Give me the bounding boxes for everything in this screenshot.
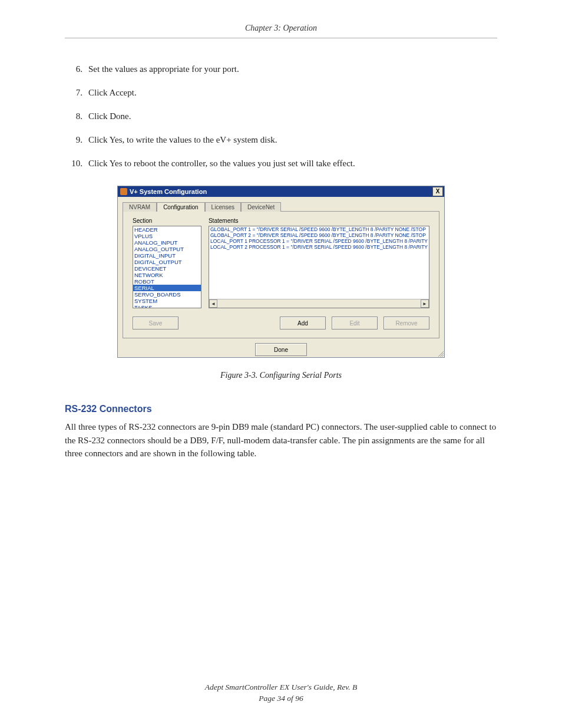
statements-listbox[interactable]: GLOBAL_PORT 1 = "/DRIVER SERIAL /SPEED 9… <box>209 226 429 308</box>
list-item[interactable]: TASKS <box>133 304 201 308</box>
footer-title: Adept SmartController EX User's Guide, R… <box>0 682 562 693</box>
done-button[interactable]: Done <box>255 343 307 356</box>
ordered-steps-list: 6.Set the values as appropriate for your… <box>65 62 497 170</box>
save-button[interactable]: Save <box>133 317 178 330</box>
footer-page: Page 34 of 96 <box>0 693 562 704</box>
system-config-dialog: V+ System Configuration X NVRAM Configur… <box>117 186 445 358</box>
statement-row[interactable]: LOCAL_PORT 2 PROCESSOR 1 = "/DRIVER SERI… <box>210 244 428 250</box>
dialog-titlebar: V+ System Configuration X <box>118 186 444 197</box>
list-item-selected[interactable]: SERIAL <box>133 285 201 291</box>
step-number: 9. <box>65 133 82 147</box>
step-number: 6. <box>65 62 82 76</box>
step-text: Set the values as appropriate for your p… <box>88 64 239 74</box>
tab-configuration[interactable]: Configuration <box>157 202 204 212</box>
list-item[interactable]: SERVO_BOARDS <box>133 291 201 298</box>
scroll-right-arrow-icon[interactable]: ► <box>421 299 429 308</box>
list-item[interactable]: VPLUS <box>133 233 201 239</box>
step-text: Click Yes to reboot the controller, so t… <box>88 159 355 168</box>
list-item[interactable]: ANALOG_OUTPUT <box>133 246 201 252</box>
page-footer: Adept SmartController EX User's Guide, R… <box>0 682 562 704</box>
section-heading-rs232: RS-232 Connectors <box>65 404 497 414</box>
tab-strip: NVRAM Configuration Licenses DeviceNet <box>118 197 444 211</box>
statements-label: Statements <box>209 218 429 224</box>
step-number: 8. <box>65 109 82 123</box>
statement-row[interactable]: GLOBAL_PORT 1 = "/DRIVER SERIAL /SPEED 9… <box>210 226 428 232</box>
dialog-title: V+ System Configuration <box>130 188 207 195</box>
section-listbox[interactable]: HEADER VPLUS ANALOG_INPUT ANALOG_OUTPUT … <box>133 226 201 308</box>
list-item[interactable]: ROBOT <box>133 278 201 285</box>
scroll-left-arrow-icon[interactable]: ◄ <box>209 299 217 308</box>
close-icon: X <box>436 189 440 195</box>
step-text: Click Accept. <box>88 88 137 97</box>
section-label: Section <box>133 218 201 224</box>
step-number: 7. <box>65 85 82 100</box>
config-panel: Section HEADER VPLUS ANALOG_INPUT ANALOG… <box>123 211 439 338</box>
list-item[interactable]: DEVICENET <box>133 265 201 272</box>
close-button[interactable]: X <box>432 187 443 196</box>
running-head: Chapter 3: Operation <box>65 24 497 38</box>
list-item[interactable]: DIGITAL_INPUT <box>133 252 201 259</box>
body-paragraph: All three types of RS-232 connectors are… <box>65 420 497 460</box>
add-button[interactable]: Add <box>280 317 326 330</box>
edit-button[interactable]: Edit <box>332 317 378 330</box>
resize-grip-icon[interactable] <box>437 350 444 357</box>
step-text: Click Yes, to write the values to the eV… <box>88 135 277 144</box>
horizontal-scrollbar[interactable]: ◄ ► <box>209 299 429 308</box>
list-item[interactable]: SYSTEM <box>133 298 201 304</box>
list-item[interactable]: DIGITAL_OUTPUT <box>133 259 201 265</box>
tab-devicenet[interactable]: DeviceNet <box>241 202 281 212</box>
statement-row[interactable]: GLOBAL_PORT 2 = "/DRIVER SERIAL /SPEED 9… <box>210 232 428 238</box>
list-item[interactable]: NETWORK <box>133 272 201 278</box>
remove-button[interactable]: Remove <box>384 317 429 330</box>
statement-row[interactable]: LOCAL_PORT 1 PROCESSOR 1 = "/DRIVER SERI… <box>210 238 428 244</box>
app-icon <box>120 188 127 195</box>
step-number: 10. <box>65 156 82 170</box>
figure-caption: Figure 3-3. Configuring Serial Ports <box>65 371 497 380</box>
list-item[interactable]: ANALOG_INPUT <box>133 239 201 246</box>
step-text: Click Done. <box>88 111 131 121</box>
tab-licenses[interactable]: Licenses <box>205 202 241 212</box>
list-item[interactable]: HEADER <box>133 226 201 233</box>
tab-nvram[interactable]: NVRAM <box>123 202 157 212</box>
figure-wrap: V+ System Configuration X NVRAM Configur… <box>117 186 445 358</box>
